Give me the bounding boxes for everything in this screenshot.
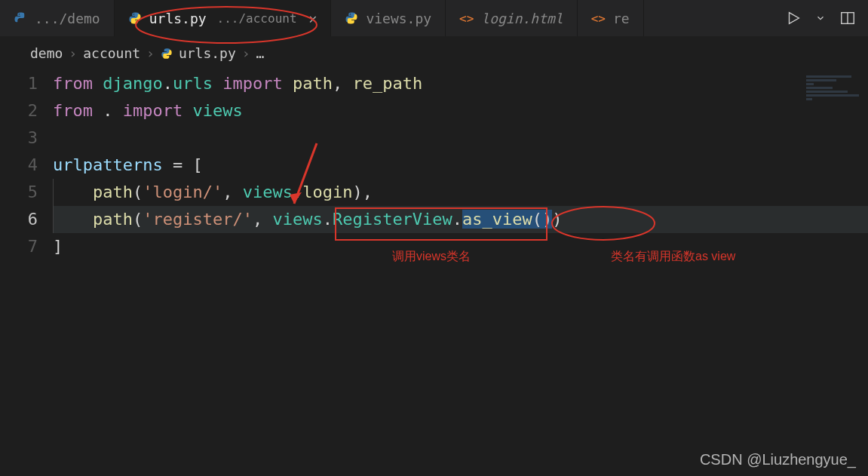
line-number-gutter: 1234567 (0, 70, 53, 260)
close-icon[interactable]: ✕ (309, 11, 317, 26)
python-icon (14, 11, 27, 25)
split-editor-icon[interactable] (839, 10, 856, 26)
minimap[interactable] (806, 75, 866, 98)
breadcrumb[interactable]: demo › account › urls.py › … (0, 36, 868, 70)
code-area[interactable]: from django.urls import path, re_pathfro… (53, 70, 868, 260)
line-number: 2 (0, 97, 38, 124)
code-line[interactable]: ] (53, 233, 868, 260)
breadcrumb-file[interactable]: urls.py (179, 45, 236, 61)
tab-subpath: .../account (217, 11, 297, 26)
line-number: 7 (0, 233, 38, 260)
code-icon: <> (459, 11, 474, 26)
watermark: CSDN @Liuzhengyue_ (700, 451, 856, 468)
tab-demo[interactable]: .../demo (0, 0, 115, 36)
tab-label: re (613, 11, 630, 26)
chevron-right-icon: › (242, 45, 250, 61)
python-icon (128, 11, 142, 25)
breadcrumb-part[interactable]: account (83, 45, 140, 61)
python-icon (345, 11, 358, 25)
run-icon[interactable] (785, 10, 802, 26)
code-icon: <> (591, 11, 606, 26)
code-line[interactable]: urlpatterns = [ (53, 152, 868, 179)
chevron-right-icon: › (146, 45, 155, 61)
tab-urls-account[interactable]: urls.py .../account ✕ (115, 0, 332, 36)
tab-label: views.py (366, 11, 431, 26)
python-icon (161, 48, 173, 60)
tab-login-html[interactable]: <> login.html (446, 0, 578, 36)
code-line[interactable]: from django.urls import path, re_path (53, 70, 868, 97)
tab-bar: .../demo urls.py .../account ✕ views.py … (0, 0, 868, 36)
tab-label: login.html (481, 11, 563, 26)
breadcrumb-more[interactable]: … (256, 45, 265, 61)
code-editor[interactable]: 1234567 from django.urls import path, re… (0, 70, 868, 260)
line-number: 4 (0, 152, 38, 179)
tab-label: .../demo (35, 11, 100, 26)
chevron-down-icon[interactable] (815, 13, 826, 23)
breadcrumb-part[interactable]: demo (30, 45, 63, 61)
editor-actions (773, 0, 868, 36)
code-line[interactable]: from . import views (53, 97, 868, 124)
code-line[interactable] (53, 124, 868, 152)
tab-views[interactable]: views.py (331, 0, 446, 36)
tab-re[interactable]: <> re (578, 0, 644, 36)
line-number: 5 (0, 179, 38, 206)
tab-label: urls.py (149, 11, 207, 26)
code-line[interactable]: path('login/', views.login), (53, 179, 868, 206)
line-number: 3 (0, 124, 38, 152)
chevron-right-icon: › (69, 45, 77, 61)
code-line[interactable]: path('register/', views.RegisterView.as_… (53, 206, 868, 233)
line-number: 6 (0, 206, 38, 233)
line-number: 1 (0, 70, 38, 97)
